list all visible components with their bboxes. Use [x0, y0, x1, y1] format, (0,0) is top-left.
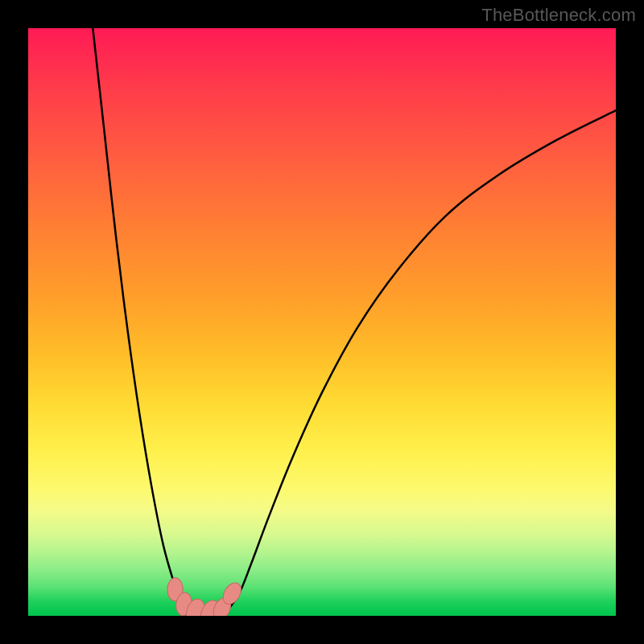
curve-layer	[28, 28, 616, 616]
watermark-text: TheBottleneck.com	[481, 5, 636, 26]
series-group	[93, 28, 616, 616]
chart-frame: TheBottleneck.com	[0, 0, 644, 644]
bottleneck-curve	[93, 28, 616, 616]
plot-area	[28, 28, 616, 616]
marker-group	[167, 577, 245, 616]
